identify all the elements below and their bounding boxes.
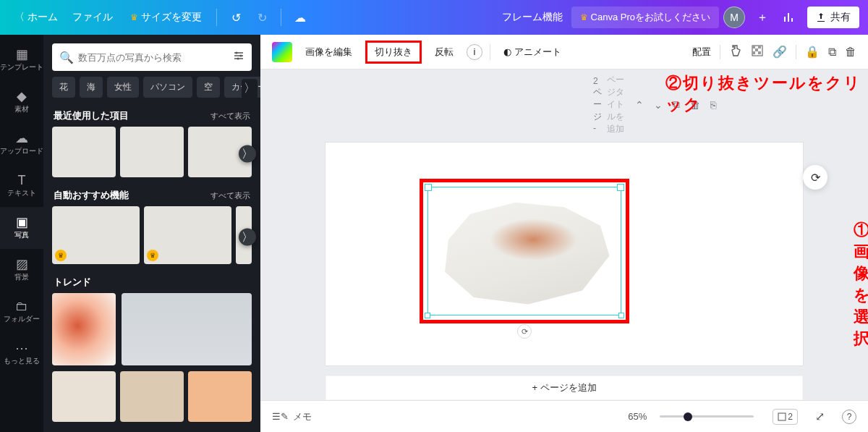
rail-elements[interactable]: ◆素材 bbox=[0, 81, 43, 123]
filter-sliders-icon[interactable] bbox=[233, 50, 244, 64]
section-title: トレンド bbox=[54, 276, 91, 289]
animate-label: アニメート bbox=[514, 46, 561, 59]
reset-view-button[interactable]: ⟳ bbox=[803, 165, 827, 190]
rail-text[interactable]: Tテキスト bbox=[0, 165, 43, 207]
fullscreen-icon[interactable]: ⤢ bbox=[815, 410, 825, 423]
photo-thumb[interactable] bbox=[120, 371, 184, 422]
info-button[interactable]: i bbox=[467, 44, 482, 60]
help-icon[interactable]: ? bbox=[842, 410, 856, 424]
redo-button[interactable]: ↻ bbox=[250, 6, 273, 29]
add-member-button[interactable]: ＋ bbox=[751, 6, 774, 29]
zoom-slider-knob[interactable] bbox=[684, 412, 692, 421]
divider bbox=[490, 44, 490, 60]
template-icon: ▦ bbox=[16, 48, 28, 61]
back-home-button[interactable]: 〈 ホーム bbox=[9, 7, 64, 28]
rail-folder[interactable]: 🗀フォルダー bbox=[0, 291, 43, 333]
rail-photos[interactable]: ▣写真 bbox=[0, 207, 43, 249]
chip[interactable]: パソコン bbox=[143, 77, 192, 98]
duplicate-icon[interactable]: ⧉ bbox=[828, 46, 836, 59]
pro-cta-button[interactable]: ♛ Canva Proをお試しください bbox=[571, 7, 719, 28]
canvas-page[interactable]: ⟳ bbox=[326, 143, 803, 365]
selected-image[interactable] bbox=[434, 193, 615, 309]
upload-icon bbox=[816, 12, 826, 22]
home-label: ホーム bbox=[27, 11, 58, 24]
style-copy-icon[interactable] bbox=[729, 44, 742, 60]
trend-row bbox=[43, 293, 260, 365]
photo-thumb[interactable] bbox=[52, 127, 116, 177]
cloud-upload-icon: ☁ bbox=[15, 132, 28, 145]
trash-icon[interactable]: 🗑 bbox=[845, 46, 856, 59]
rail-more[interactable]: ⋯もっと見る bbox=[0, 333, 43, 375]
svg-rect-7 bbox=[752, 51, 755, 54]
resize-button[interactable]: ♛ サイズを変更 bbox=[122, 7, 210, 28]
divider bbox=[281, 9, 281, 26]
canvas-stage[interactable]: ⟳ + ページを追加 bbox=[260, 140, 868, 400]
app-topbar: 〈 ホーム ファイル ♛ サイズを変更 ↺ ↻ ☁ フレーム機能 ♛ Canva… bbox=[0, 0, 868, 35]
photo-icon: ▣ bbox=[16, 216, 28, 229]
avatar[interactable]: M bbox=[723, 7, 745, 28]
svg-rect-5 bbox=[758, 46, 761, 48]
chevron-left-icon: 〈 bbox=[14, 11, 25, 24]
text-icon: T bbox=[18, 174, 26, 187]
add-page-button[interactable]: + ページを追加 bbox=[326, 376, 803, 400]
chips-next-button[interactable]: 〉 bbox=[242, 79, 258, 99]
page-label-prefix: 2ページ - bbox=[593, 76, 603, 133]
lock-icon[interactable]: 🔒 bbox=[805, 45, 820, 59]
rotate-handle-icon[interactable]: ⟳ bbox=[517, 324, 532, 339]
photo-thumb[interactable] bbox=[144, 206, 231, 264]
transparency-icon[interactable] bbox=[751, 44, 764, 60]
recent-row: 〉 bbox=[43, 127, 260, 185]
crop-button[interactable]: 切り抜き bbox=[372, 44, 415, 60]
animate-button[interactable]: ◐ アニメート bbox=[498, 41, 567, 63]
photo-search[interactable]: 🔍 bbox=[52, 43, 252, 71]
photo-thumb[interactable] bbox=[52, 206, 140, 264]
see-all-link[interactable]: すべて表示 bbox=[210, 111, 250, 122]
search-input[interactable] bbox=[78, 52, 229, 63]
chip[interactable]: 女性 bbox=[107, 77, 139, 98]
pro-cta-label: Canva Proをお試しください bbox=[591, 11, 710, 24]
page-icon bbox=[778, 412, 786, 421]
position-button[interactable]: 配置 bbox=[692, 46, 711, 59]
chip[interactable]: 空 bbox=[197, 77, 220, 98]
zoom-value[interactable]: 65% bbox=[628, 411, 647, 422]
rail-upload[interactable]: ☁アップロード bbox=[0, 123, 43, 165]
flip-button[interactable]: 反転 bbox=[429, 41, 459, 63]
chip[interactable]: 花 bbox=[52, 77, 75, 98]
svg-rect-6 bbox=[755, 48, 758, 51]
crown-icon: ♛ bbox=[580, 12, 588, 22]
notes-label: メモ bbox=[293, 410, 312, 423]
row-next-button[interactable]: 〉 bbox=[239, 145, 256, 163]
link-icon[interactable]: 🔗 bbox=[773, 45, 787, 59]
notes-button[interactable]: ☰✎ メモ bbox=[272, 410, 312, 423]
zoom-slider[interactable] bbox=[660, 415, 754, 418]
project-name[interactable]: フレーム機能 bbox=[502, 11, 563, 24]
page-indicator-button[interactable]: 2 bbox=[773, 409, 798, 425]
insights-button[interactable] bbox=[777, 6, 800, 29]
see-all-link[interactable]: すべて表示 bbox=[210, 190, 250, 201]
chip[interactable]: 海 bbox=[80, 77, 103, 98]
photo-thumb[interactable] bbox=[52, 293, 116, 365]
undo-button[interactable]: ↺ bbox=[224, 6, 247, 29]
cloud-sync-icon[interactable]: ☁ bbox=[289, 6, 312, 29]
photo-thumb[interactable] bbox=[122, 293, 252, 365]
divider bbox=[216, 9, 217, 26]
share-button[interactable]: 共有 bbox=[807, 7, 859, 28]
rail-background[interactable]: ▨背景 bbox=[0, 249, 43, 291]
page-title-placeholder[interactable]: ページタイトルを追加 bbox=[607, 74, 629, 135]
photo-thumb[interactable] bbox=[52, 371, 116, 422]
resize-handle[interactable] bbox=[425, 313, 430, 318]
divider bbox=[796, 45, 796, 59]
photo-thumb[interactable] bbox=[188, 371, 252, 422]
page-nav-up-icon[interactable]: ⌃ bbox=[635, 99, 644, 111]
page-nav-down-icon[interactable]: ⌄ bbox=[654, 99, 663, 111]
rail-templates[interactable]: ▦テンプレート bbox=[0, 39, 43, 81]
color-swatch[interactable] bbox=[272, 42, 292, 62]
editor-footer: ☰✎ メモ 65% 2 ⤢ ? bbox=[260, 400, 868, 432]
row-next-button[interactable]: 〉 bbox=[239, 229, 256, 246]
selection-bounds[interactable] bbox=[427, 187, 621, 315]
resize-handle[interactable] bbox=[618, 313, 624, 318]
file-menu[interactable]: ファイル bbox=[64, 7, 122, 28]
edit-image-button[interactable]: 画像を編集 bbox=[299, 41, 358, 63]
photo-thumb[interactable] bbox=[120, 127, 184, 177]
section-recent-head: 最近使用した項目 すべて表示 bbox=[43, 105, 260, 127]
